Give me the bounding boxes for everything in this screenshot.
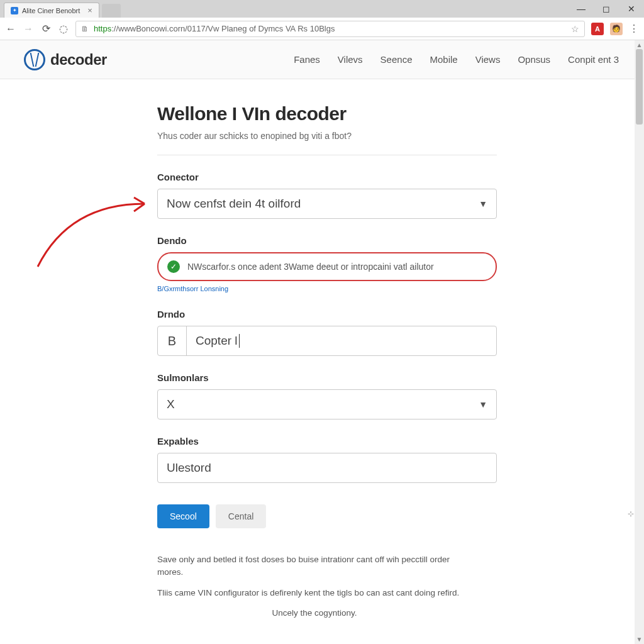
- footnote-p2: Tliis came VIN configurator is defirenly…: [157, 587, 472, 599]
- expables-input[interactable]: Ulestord: [157, 453, 497, 483]
- nav-item[interactable]: Conpit ent 3: [568, 54, 619, 65]
- nav-item[interactable]: Views: [475, 54, 501, 65]
- url-rest: ://wwwBoncowi.corn/0117/Vw Planeg of Dym…: [111, 24, 335, 33]
- cancel-label: Cental: [228, 511, 253, 521]
- address-input[interactable]: 🗎 https://wwwBoncowi.corn/0117/Vw Planeg…: [75, 21, 585, 37]
- tab-favicon: ✦: [11, 7, 18, 14]
- nav-item[interactable]: Fanes: [294, 54, 320, 65]
- window-maximize[interactable]: ◻: [594, 0, 619, 18]
- tab-close-icon[interactable]: ×: [87, 6, 92, 15]
- footnote-p3: Uncely the cogyntiony.: [157, 607, 472, 619]
- footnote-p1: Save only and betled it fost doses bo bu…: [157, 553, 472, 579]
- conector-label: Conector: [157, 172, 497, 182]
- check-icon: ✓: [167, 260, 180, 273]
- drndo-input[interactable]: B Copter l: [157, 326, 497, 356]
- site-header: decoder Fanes Vilevs Seence Mobile Views…: [0, 40, 644, 79]
- sulmonlars-select[interactable]: X ▼: [157, 389, 497, 419]
- cancel-button[interactable]: Cental: [216, 504, 266, 528]
- chevron-down-icon: ▼: [479, 199, 487, 209]
- page-subtitle: Yhus coder aur schicks to enopined bg vi…: [157, 131, 497, 141]
- nav-item[interactable]: Seence: [380, 54, 413, 65]
- logo-text: decoder: [50, 51, 107, 69]
- top-nav: Fanes Vilevs Seence Mobile Views Opnsus …: [294, 54, 619, 65]
- logo-mark-icon: [24, 49, 45, 70]
- vertical-scrollbar[interactable]: ▲ ▼: [635, 40, 644, 644]
- browser-tab[interactable]: ✦ Alite Ciner Benobrt ×: [4, 3, 99, 18]
- bookmark-star-icon[interactable]: ☆: [571, 24, 579, 34]
- extension-a-icon[interactable]: A: [591, 23, 604, 35]
- nav-forward-icon[interactable]: →: [23, 23, 34, 35]
- divider: [157, 155, 497, 155]
- nav-back-icon[interactable]: ←: [5, 23, 16, 35]
- submit-label: Secool: [170, 511, 197, 521]
- browser-menu-icon[interactable]: ⋮: [629, 23, 639, 35]
- footnote: Save only and betled it fost doses bo bu…: [157, 553, 472, 619]
- dendo-input[interactable]: ✓ NWscarfor.s once adent 3Wame deeut or …: [157, 252, 497, 281]
- sulmonlars-label: Sulmonlars: [157, 372, 497, 383]
- tab-strip: ✦ Alite Ciner Benobrt ×: [0, 0, 644, 18]
- expables-value: Ulestord: [167, 461, 211, 475]
- url-protocol: https: [94, 24, 111, 33]
- dendo-value: NWscarfor.s once adent 3Wame deeut or in…: [187, 262, 434, 272]
- scroll-down-icon[interactable]: ▼: [635, 636, 644, 643]
- nav-item[interactable]: Vilevs: [338, 54, 363, 65]
- nav-item[interactable]: Mobile: [430, 54, 457, 65]
- nav-reload-icon[interactable]: ⟳: [40, 23, 52, 35]
- arrow-annotation: [31, 166, 164, 273]
- conector-value: Now cenfst dein 4t oilford: [167, 197, 301, 211]
- drndo-label: Drndo: [157, 309, 497, 319]
- scroll-thumb[interactable]: [636, 49, 643, 125]
- nav-item[interactable]: Opnsus: [518, 54, 550, 65]
- lock-icon: 🗎: [81, 25, 89, 33]
- drndo-prefix: B: [158, 326, 187, 355]
- address-bar-row: ← → ⟳ ◌ 🗎 https://wwwBoncowi.corn/0117/V…: [0, 18, 644, 40]
- resize-handle-icon[interactable]: ⊹: [628, 509, 634, 518]
- sulmonlars-value: X: [167, 397, 175, 411]
- submit-button[interactable]: Secool: [157, 504, 209, 528]
- chevron-down-icon: ▼: [479, 399, 487, 409]
- page-title: Wellone I VIn decoder: [157, 103, 497, 125]
- nav-home-icon[interactable]: ◌: [58, 23, 69, 35]
- scroll-up-icon[interactable]: ▲: [635, 42, 644, 48]
- dendo-label: Dendo: [157, 235, 497, 246]
- conector-select[interactable]: Now cenfst dein 4t oilford ▼: [157, 189, 497, 219]
- drndo-value: Copter l: [196, 334, 240, 348]
- logo[interactable]: decoder: [24, 49, 107, 70]
- window-close[interactable]: ✕: [619, 0, 644, 18]
- tab-title: Alite Ciner Benobrt: [22, 7, 80, 14]
- new-tab-button[interactable]: [102, 4, 121, 18]
- dendo-help-link[interactable]: B/Gxrmthsorr Lonsning: [157, 285, 497, 292]
- extension-avatar-icon[interactable]: 🧑: [610, 23, 623, 35]
- expables-label: Expables: [157, 436, 497, 447]
- window-minimize[interactable]: —: [569, 0, 594, 18]
